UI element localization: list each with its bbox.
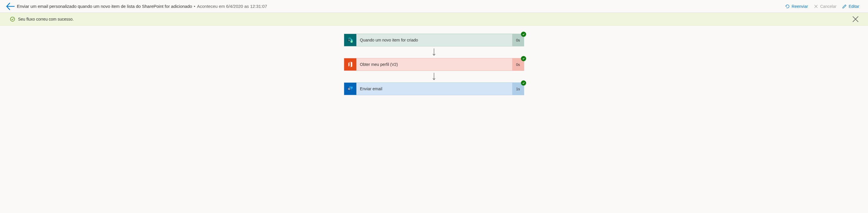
- pencil-icon: [842, 4, 847, 9]
- svg-rect-7: [348, 87, 350, 90]
- resend-button[interactable]: Reenviar: [782, 2, 811, 11]
- step-label: Obter meu perfil (V2): [356, 58, 512, 71]
- edit-button[interactable]: Editar: [839, 2, 862, 11]
- close-icon: [814, 4, 818, 9]
- svg-point-3: [350, 41, 352, 43]
- header-bar: Enviar um email personalizado quando um …: [0, 0, 868, 13]
- close-icon: [851, 15, 860, 24]
- cancel-label: Cancelar: [820, 4, 836, 9]
- success-badge-icon: [521, 80, 526, 85]
- flow-step-trigger[interactable]: S Quando um novo item for criado 0s: [344, 34, 524, 46]
- back-button[interactable]: [6, 2, 15, 11]
- arrow-left-icon: [6, 2, 15, 11]
- cancel-button: Cancelar: [811, 2, 839, 11]
- step-label: Enviar email: [356, 83, 512, 95]
- run-timestamp: Aconteceu em 6/4/2020 as 12:31:07: [197, 4, 267, 9]
- success-badge-icon: [521, 32, 526, 37]
- refresh-icon: [785, 4, 790, 9]
- edit-label: Editar: [848, 4, 859, 9]
- banner-message: Seu fluxo correu com sucesso.: [18, 17, 851, 22]
- connector-arrow-icon: [432, 46, 436, 58]
- connector-arrow-icon: [432, 71, 436, 82]
- separator-dot: •: [194, 4, 195, 9]
- step-label: Quando um novo item for criado: [356, 34, 512, 46]
- flow-title: Enviar um email personalizado quando um …: [17, 4, 192, 9]
- svg-point-0: [10, 17, 15, 21]
- flow-step-send-email[interactable]: Enviar email 1s: [344, 82, 524, 95]
- flow-step-profile[interactable]: Obter meu perfil (V2) 0s: [344, 58, 524, 71]
- office-icon: [344, 58, 356, 71]
- svg-text:S: S: [348, 39, 350, 42]
- banner-close-button[interactable]: [851, 15, 860, 24]
- sharepoint-icon: S: [344, 34, 356, 46]
- flow-canvas: S Quando um novo item for criado 0s Obte…: [0, 26, 868, 107]
- resend-label: Reenviar: [792, 4, 808, 9]
- check-circle-icon: [10, 16, 15, 22]
- success-banner: Seu fluxo correu com sucesso.: [0, 13, 868, 26]
- outlook-icon: [344, 83, 356, 95]
- success-badge-icon: [521, 56, 526, 61]
